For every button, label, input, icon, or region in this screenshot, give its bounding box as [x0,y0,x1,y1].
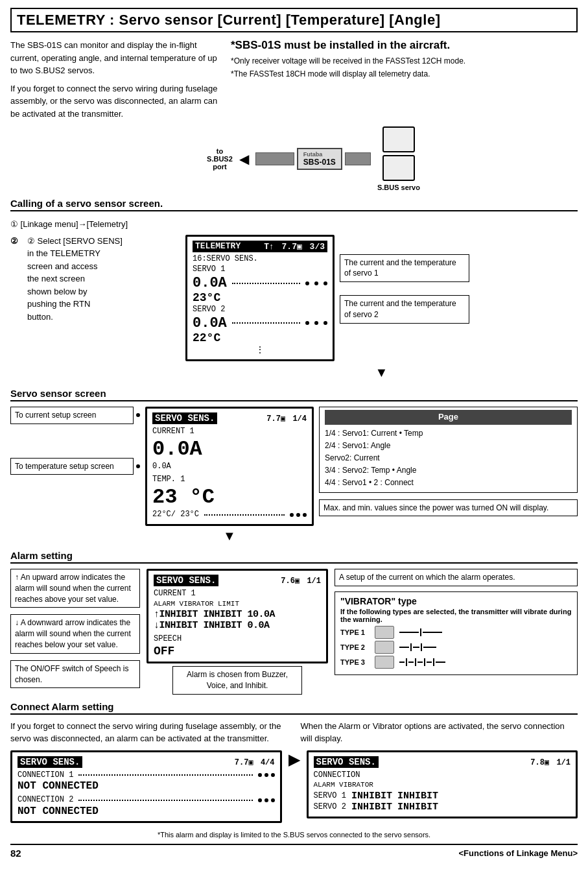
sbs01s-chip: Futaba SBS-01S [297,148,342,170]
connect-para2: When the Alarm or Vibrator options are a… [301,720,578,745]
conn2-label: CONNECTION 2 [18,794,73,805]
servo-sensor-screen: SERVO SENS. 7.7▣ 1/4 CURRENT 1 0.0A 0.0A… [145,407,314,545]
connect-right: When the Alarm or Vibrator options are a… [301,720,578,745]
conn-screen1-mockup: SERVO SENS. 7.7▣ 4/4 CONNECTION 1 NOT CO… [10,750,282,824]
footer-page-num: 82 [10,848,21,859]
anno-temp-row: To temperature setup screen [10,458,140,475]
page-box-title: Page [325,410,572,425]
current-label: CURRENT 1 [152,426,307,437]
note2: *The FASSTest 18CH mode will display all… [231,69,578,80]
note1: *Only receiver voltage will be received … [231,56,578,67]
alarm-right: A setup of the current on which the alar… [335,569,578,695]
anno-current-row: To current setup screen [10,407,140,424]
disclaimer: *This alarm and display is limited to th… [10,831,578,839]
calling-heading: Calling of a servo sensor screen. [10,198,578,211]
alarm-speech-val: OFF [154,645,321,658]
alarm-left-annos: ↑ An upward arrow indicates the alarm wi… [10,569,140,695]
type2-icon [375,641,394,654]
connect-left: If you forget to connect the servo wirin… [10,720,288,745]
connect-heading: Connect Alarm setting [10,701,578,715]
page-line4: 3/4 : Servo2: Temp • Angle [325,464,572,477]
anno-servo2: The current and the temperature of servo… [340,295,469,324]
temp-range: 22°C/ 23°C [152,509,199,520]
intro-para2: If you forget to connect the servo wirin… [10,82,218,121]
tele-servo1-temp: 23°C [193,291,327,304]
footer-row: 82 <Functions of Linkage Menu> [10,844,578,859]
page-line1: 1/4 : Servo1: Current • Temp [325,427,572,440]
tele-servo1-current: 0.0A [193,275,227,291]
type1-row: TYPE 1 [340,626,572,639]
conn2-servo1-row: SERVO 1 INHIBIT INHIBIT [314,791,571,802]
tele-servo2-current: 0.0A [193,315,227,331]
sbs-must-label: *SBS-01S must be installed in the aircra… [231,39,578,52]
conn2-servo2-row: SERVO 2 INHIBIT INHIBIT [314,802,571,813]
intro-right: *SBS-01S must be installed in the aircra… [231,39,578,120]
page-title: TELEMETRY : Servo sensor [Current] [Temp… [10,8,578,32]
telemetry-screen: TELEMETRY T↑ 7.7▣ 3/3 16:SERVO SENS. SER… [185,235,335,361]
diagram-row: to S.BUS2 port ◀ Futaba SBS-01S S.BUS se… [49,126,578,191]
calling-right: TELEMETRY T↑ 7.7▣ 3/3 16:SERVO SENS. SER… [185,235,578,381]
page-line3: Servo2: Current [325,452,572,464]
tele-annotations: The current and the temperature of servo… [340,235,469,324]
anno-to-current: To current setup screen [10,407,134,424]
servo-sensor-heading: Servo sensor screen [10,388,578,401]
conn2-conn-header: CONNECTION [314,770,571,781]
type3-pulse [399,658,445,666]
max-min-anno: Max. and min. values since the power was… [319,499,578,517]
conn2-alarm-header: ALARM VIBRATOR [314,780,571,790]
vibrator-subtitle: If the following types are selected, the… [340,608,572,623]
tele-servo2-temp: 22°C [193,331,327,344]
anno-to-temp: To temperature setup screen [10,458,134,475]
step2-text: ② Select [SERVO SENS] in the TELEMETRY s… [27,235,123,324]
sbus2-port-label: to S.BUS2 port [207,147,233,171]
alarm-anno-buzzer: Alarm is chosen from Buzzer, Voice, and … [172,666,302,695]
conn-title1: SERVO SENS. [18,756,82,768]
tele-servo1-label: SERVO 1 [193,264,327,275]
tele-servo2-label: SERVO 2 [193,304,327,315]
alarm-section: ↑ An upward arrow indicates the alarm wi… [10,569,578,695]
temp-big: 23 °C [152,485,307,509]
alarm-center: SERVO SENS. 7.6▣ 1/1 CURRENT 1 ALARM VIB… [147,569,328,695]
type1-pulse [399,628,442,636]
servo-screen-title: SERVO SENS. [152,412,217,424]
current-big: 0.0A [152,437,307,461]
conn1-label: CONNECTION 1 [18,770,73,781]
footer-text: <Functions of Linkage Menu> [459,848,578,858]
tele-line1: 16:SERVO SENS. [193,254,327,265]
alarm-down-row: ↓INHIBIT INHIBIT 0.0A [154,620,321,631]
calling-main: ② ② Select [SERVO SENS] in the TELEMETRY… [10,235,578,381]
servo-right-annos: Page 1/4 : Servo1: Current • Temp 2/4 : … [319,407,578,517]
alarm-current-label: CURRENT 1 [154,588,321,599]
alarm-screen: SERVO SENS. 7.6▣ 1/1 CURRENT 1 ALARM VIB… [147,569,328,663]
flow-arrow3: ▶ [288,750,300,769]
page-line2: 2/4 : Servo1: Angle [325,440,572,452]
alarm-anno-setup: A setup of the current on which the alar… [335,569,578,586]
type1-icon [375,626,394,639]
type3-icon [375,656,394,669]
vibrator-box: "VIBRATOR" type If the following types a… [335,591,578,675]
type3-row: TYPE 3 [340,656,572,669]
conn-screen1: SERVO SENS. 7.7▣ 4/4 CONNECTION 1 NOT CO… [10,750,282,826]
servo-screen-mockup: SERVO SENS. 7.7▣ 1/4 CURRENT 1 0.0A 0.0A… [145,407,314,526]
sbus-servo-label: S.BUS servo [377,184,420,191]
page-line5: 4/4 : Servo1 • 2 : Connect [325,477,572,489]
step1-text: ① [Linkage menu]→[Telemetry] [10,218,128,231]
alarm-heading: Alarm setting [10,550,578,564]
connect-section: If you forget to connect the servo wirin… [10,720,578,745]
temp-label: TEMP. 1 [152,474,307,485]
alarm-up-row: ↑INHIBIT INHIBIT 10.0A [154,609,321,620]
intro-left: The SBS-01S can monitor and display the … [10,39,218,120]
alarm-speech-label: SPEECH [154,634,321,645]
page-box: Page 1/4 : Servo1: Current • Temp 2/4 : … [319,407,578,493]
type2-row: TYPE 2 [340,641,572,654]
servo-sensor-section: To current setup screen To temperature s… [10,407,578,545]
conn-title2: SERVO SENS. [314,756,379,768]
type2-pulse [399,643,436,651]
sbus-servo-icon [382,126,415,152]
alarm-screen-title: SERVO SENS. [154,575,218,586]
bottom-screens: SERVO SENS. 7.7▣ 4/4 CONNECTION 1 NOT CO… [10,750,578,826]
alarm-header-row: ALARM VIBRATOR LIMIT [154,599,321,609]
arrow-left-icon: ◀ [239,151,249,167]
conn-screen2-mockup: SERVO SENS. 7.8▣ 1/1 CONNECTION ALARM VI… [307,750,578,818]
connect-para1: If you forget to connect the servo wirin… [10,720,288,745]
